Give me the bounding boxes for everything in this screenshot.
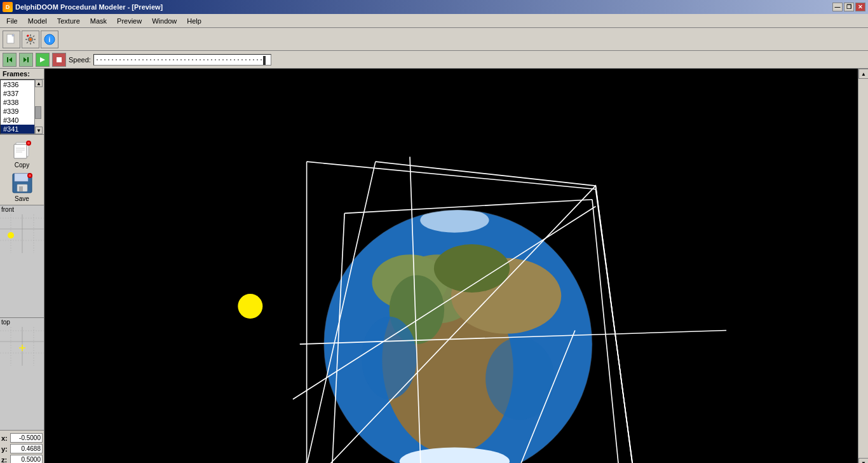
- save-icon: [10, 171, 34, 195]
- menu-model[interactable]: Model: [23, 16, 52, 26]
- svg-marker-17: [24, 57, 27, 62]
- coord-y-label: y:: [1, 445, 10, 453]
- viewport-container: ▲ ▼: [44, 69, 868, 463]
- menu-mask[interactable]: Mask: [85, 16, 112, 26]
- frame-item[interactable]: #336: [1, 80, 34, 89]
- toolbar: i: [0, 28, 868, 51]
- globe-land: [324, 208, 592, 463]
- coord-z-input[interactable]: [10, 455, 43, 463]
- viewport[interactable]: [44, 69, 858, 463]
- frame-item[interactable]: #339: [1, 107, 34, 116]
- titlebar-left: D DelphiDOOM Procedural Modeler - [Previ…: [3, 2, 163, 12]
- svg-marker-15: [9, 57, 12, 62]
- main-area: Frames: #336 #337 #338 #339 #340 #341 ▲ …: [0, 69, 868, 463]
- top-grid-svg: [0, 318, 44, 430]
- scroll-thumb[interactable]: [35, 106, 41, 119]
- left-panel: Frames: #336 #337 #338 #339 #340 #341 ▲ …: [0, 69, 44, 463]
- menu-window[interactable]: Window: [147, 16, 182, 26]
- svg-rect-20: [57, 57, 62, 62]
- scroll-track: [858, 79, 868, 458]
- coord-y-input[interactable]: [10, 444, 43, 453]
- coord-x-row: x:: [1, 433, 43, 443]
- titlebar-controls: — ❐ ✕: [832, 3, 865, 11]
- new-button[interactable]: [3, 31, 20, 48]
- info-button[interactable]: i: [41, 31, 58, 48]
- svg-rect-31: [19, 186, 23, 191]
- coord-x-label: x:: [1, 434, 10, 442]
- svg-line-71: [595, 189, 644, 463]
- frame-item-selected[interactable]: #341: [1, 125, 34, 134]
- minimize-button[interactable]: —: [832, 3, 843, 11]
- svg-text:i: i: [49, 36, 51, 43]
- titlebar-title: DelphiDOOM Procedural Modeler - [Preview…: [15, 3, 163, 11]
- front-grid: [0, 205, 44, 317]
- top-panel-label: top: [0, 318, 11, 326]
- menu-help[interactable]: Help: [182, 16, 207, 26]
- scroll-up[interactable]: ▲: [858, 69, 868, 79]
- svg-rect-29: [15, 174, 28, 181]
- stop-button[interactable]: [52, 53, 66, 67]
- frames-area: #336 #337 #338 #339 #340 #341 ▲ ▼: [0, 79, 44, 134]
- settings-button[interactable]: [22, 31, 39, 48]
- frame-item[interactable]: #338: [1, 98, 34, 107]
- save-button[interactable]: Save: [10, 171, 34, 202]
- action-buttons: Copy: [0, 135, 44, 205]
- scroll-up-arrow[interactable]: ▲: [35, 79, 43, 87]
- svg-point-40: [8, 232, 14, 238]
- scroll-down-arrow[interactable]: ▼: [35, 127, 43, 134]
- svg-point-33: [29, 174, 31, 177]
- svg-line-8: [33, 42, 34, 43]
- svg-rect-18: [27, 57, 29, 62]
- svg-point-58: [362, 317, 417, 399]
- menu-preview[interactable]: Preview: [112, 16, 147, 26]
- titlebar: D DelphiDOOM Procedural Modeler - [Previ…: [0, 0, 868, 14]
- copy-button[interactable]: Copy: [10, 137, 34, 169]
- close-button[interactable]: ✕: [855, 3, 865, 11]
- coord-z-label: z:: [1, 456, 10, 464]
- coord-y-row: y:: [1, 444, 43, 453]
- scroll-track: [35, 87, 43, 127]
- front-panel: front: [0, 205, 44, 318]
- frame-item[interactable]: #337: [1, 89, 34, 98]
- copy-label: Copy: [15, 162, 29, 169]
- frames-header: Frames:: [0, 69, 44, 79]
- speed-slider[interactable]: [93, 54, 271, 66]
- svg-point-11: [29, 38, 32, 41]
- menu-texture[interactable]: Texture: [52, 16, 85, 26]
- svg-line-9: [27, 42, 28, 43]
- playback-controls: Speed:: [0, 51, 868, 69]
- front-panel-label: front: [0, 205, 15, 214]
- save-label: Save: [15, 195, 29, 202]
- mini-panels: front top: [0, 205, 44, 431]
- coord-x-input[interactable]: [10, 433, 43, 443]
- app-icon: D: [3, 2, 13, 12]
- svg-point-24: [27, 142, 30, 144]
- svg-line-10: [33, 36, 34, 37]
- frames-scrollbar: ▲ ▼: [35, 79, 44, 134]
- svg-line-74: [592, 200, 627, 463]
- speed-label: Speed:: [69, 56, 91, 64]
- copy-icon: [10, 137, 34, 162]
- frames-section: Frames: #336 #337 #338 #339 #340 #341 ▲ …: [0, 69, 44, 135]
- front-grid-svg: [0, 205, 44, 317]
- rewind-button[interactable]: [3, 53, 17, 67]
- top-panel: top: [0, 318, 44, 431]
- maximize-button[interactable]: ❐: [844, 3, 854, 11]
- step-forward-button[interactable]: [19, 53, 33, 67]
- frames-list: #336 #337 #338 #339 #340 #341: [0, 79, 35, 134]
- viewport-scrollbar: ▲ ▼: [858, 69, 868, 463]
- svg-line-65: [376, 162, 595, 186]
- viewport-scene: [44, 69, 858, 463]
- coord-z-row: z:: [1, 455, 43, 463]
- play-button[interactable]: [36, 53, 50, 67]
- selected-point: [238, 294, 262, 319]
- top-grid: [0, 318, 44, 430]
- svg-line-68: [307, 162, 596, 189]
- svg-point-12: [27, 34, 29, 36]
- svg-rect-22: [14, 144, 27, 158]
- menu-file[interactable]: File: [1, 16, 23, 26]
- coords-section: x: y: z:: [0, 431, 44, 463]
- frame-item[interactable]: #340: [1, 116, 34, 125]
- svg-line-64: [595, 186, 644, 463]
- scroll-down[interactable]: ▼: [858, 458, 868, 463]
